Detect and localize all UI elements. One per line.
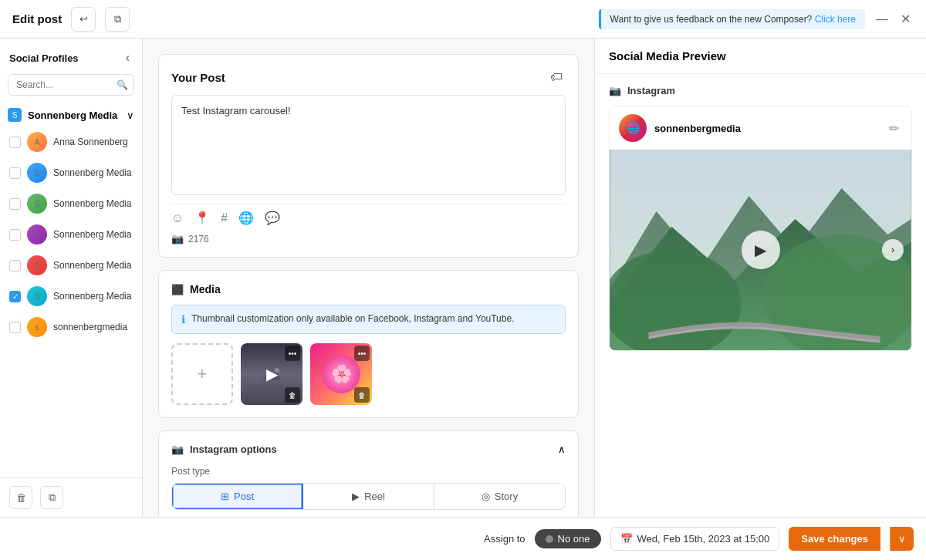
media-header: ⬛ Media — [171, 283, 566, 295]
date-label: Wed, Feb 15th, 2023 at 15:00 — [637, 533, 770, 545]
ig-nav-arrow[interactable]: › — [882, 239, 904, 261]
globe-icon[interactable]: 🌐 — [238, 211, 254, 225]
sidebar-group[interactable]: S Sonnenberg Media ∨ — [0, 103, 142, 127]
post-icon: ⊞ — [221, 491, 229, 502]
group-name: Sonnenberg Media — [28, 110, 120, 121]
media-thumb-2: 🌸 ••• 🗑 — [310, 343, 372, 405]
group-icon: S — [8, 108, 22, 122]
delete-button[interactable]: 🗑 — [9, 486, 32, 509]
assign-to-label: Assign to — [484, 533, 525, 545]
save-changes-button[interactable]: Save changes — [789, 527, 880, 551]
play-button[interactable]: ▶ — [742, 231, 780, 269]
no-one-pill[interactable]: No one — [535, 529, 601, 548]
post-type-post-label: Post — [234, 491, 254, 502]
emoji-icon[interactable]: ☺ — [171, 211, 184, 225]
sidebar-item-anna[interactable]: A Anna Sonnenberg — [0, 127, 142, 157]
chevron-up-icon: ∧ — [558, 444, 566, 455]
sidebar-item-sm5[interactable]: ✓ S Sonnenberg Media — [0, 281, 142, 312]
instagram-options-title: Instagram options — [190, 444, 277, 455]
thumbnail-info-text: Thumbnail customization only available o… — [191, 313, 514, 326]
media-thumb-1: ▶ ••• 🗑 — [241, 343, 302, 405]
ig-username: sonnenbergmedia — [654, 123, 741, 134]
instagram-options-card: 📷 Instagram options ∧ Post type ⊞ Post ▶… — [158, 430, 579, 517]
sidebar-collapse-button[interactable]: ‹ — [123, 48, 133, 68]
preview-platform: 📷 Instagram — [609, 85, 912, 96]
topbar-left: Edit post ↩ ⧉ — [12, 7, 130, 32]
char-count-value: 2176 — [188, 234, 209, 245]
sidebar-title: Social Profiles — [9, 52, 79, 64]
feedback-link[interactable]: Click here — [815, 14, 856, 25]
main-layout: Social Profiles ‹ 🔍 S Sonnenberg Media ∨… — [0, 39, 926, 517]
platform-name: Instagram — [627, 85, 675, 96]
location-icon[interactable]: 📍 — [194, 211, 210, 225]
chevron-down-icon: ∨ — [127, 110, 134, 121]
sidebar-footer: 🗑 ⧉ — [0, 477, 142, 517]
post-type-story-button[interactable]: ◎ Story — [434, 484, 565, 509]
right-panel-header: Social Media Preview — [595, 39, 926, 74]
hashtag-icon[interactable]: # — [221, 211, 228, 225]
checkbox-sm3[interactable] — [9, 229, 21, 241]
media-options-button-2[interactable]: ••• — [354, 346, 370, 361]
your-post-title: Your Post — [171, 71, 225, 84]
avatar-anna: A — [27, 132, 47, 152]
right-panel: Social Media Preview 📷 Instagram 🌐 sonne… — [594, 39, 926, 517]
instagram-options-header[interactable]: 📷 Instagram options ∧ — [171, 444, 566, 455]
checkbox-sm2[interactable] — [9, 198, 21, 210]
topbar-actions: — ✕ — [873, 8, 914, 29]
sidebar-item-sm2[interactable]: S Sonnenberg Media — [0, 188, 142, 219]
sidebar-accounts-list: A Anna Sonnenberg S Sonnenberg Media S S… — [0, 127, 142, 477]
calendar-icon: 📅 — [620, 533, 633, 545]
checkbox-anna[interactable] — [9, 137, 21, 148]
media-options-button-1[interactable]: ••• — [285, 346, 300, 361]
close-button[interactable]: ✕ — [897, 8, 914, 29]
save-changes-dropdown-button[interactable]: ∨ — [890, 527, 914, 551]
preview-title: Social Media Preview — [609, 49, 726, 62]
post-type-reel-button[interactable]: ▶ Reel — [303, 484, 434, 509]
checkbox-sm1[interactable] — [9, 167, 21, 179]
sidebar-item-sm1[interactable]: S Sonnenberg Media — [0, 157, 142, 188]
avatar-sm5: S — [27, 286, 47, 306]
post-type-post-button[interactable]: ⊞ Post — [172, 484, 303, 509]
instagram-preview-card: 🌐 sonnenbergmedia ✏ — [609, 106, 912, 351]
mention-icon[interactable]: 💬 — [265, 211, 280, 225]
sidebar-header: Social Profiles ‹ — [0, 39, 142, 74]
char-count: 📷 2176 — [171, 233, 566, 245]
checkbox-sm5[interactable]: ✓ — [9, 291, 21, 302]
post-textarea[interactable]: Test Instagram carousel! — [171, 95, 566, 195]
avatar-sm1: S — [27, 163, 47, 183]
copy-button[interactable]: ⧉ — [105, 7, 130, 32]
bottom-bar: Assign to No one 📅 Wed, Feb 15th, 2023 a… — [0, 517, 926, 560]
feedback-bar: Want to give us feedback on the new Comp… — [599, 9, 865, 29]
date-button[interactable]: 📅 Wed, Feb 15th, 2023 at 15:00 — [610, 527, 780, 551]
info-icon: ℹ — [181, 313, 185, 326]
instagram-icon: 📷 — [171, 444, 184, 455]
checkbox-sonnenbergmedia[interactable] — [9, 322, 21, 333]
post-type-label: Post type — [171, 466, 566, 477]
instagram-platform-icon: 📷 — [609, 85, 621, 96]
media-thumb-2-overlay: ••• — [354, 346, 370, 361]
account-name-sm4: Sonnenberg Media — [53, 260, 131, 271]
media-card: ⬛ Media ℹ Thumbnail customization only a… — [158, 270, 579, 418]
play-icon-1: ▶ — [266, 365, 278, 383]
media-delete-button-2[interactable]: 🗑 — [354, 387, 370, 403]
media-delete-button-1[interactable]: 🗑 — [285, 387, 300, 403]
search-icon: 🔍 — [117, 79, 128, 90]
undo-button[interactable]: ↩ — [71, 7, 96, 32]
ig-edit-button[interactable]: ✏ — [886, 118, 902, 139]
story-icon: ◎ — [482, 491, 490, 502]
search-input[interactable] — [8, 74, 134, 96]
thumbnail-info-box: ℹ Thumbnail customization only available… — [171, 305, 566, 334]
sidebar-item-sm3[interactable]: S Sonnenberg Media — [0, 219, 142, 250]
reel-icon: ▶ — [352, 491, 360, 502]
tag-button[interactable]: 🏷 — [547, 67, 566, 87]
avatar-sm3: S — [27, 224, 47, 245]
minimize-button[interactable]: — — [873, 9, 891, 29]
avatar-sm4: S — [27, 255, 47, 275]
sidebar-item-sonnenbergmedia[interactable]: s sonnenbergmedia — [0, 312, 142, 342]
duplicate-button[interactable]: ⧉ — [40, 486, 63, 509]
media-add-button[interactable]: + — [171, 343, 233, 405]
media-thumb-1-overlay: ••• — [285, 346, 300, 361]
sidebar-item-sm4[interactable]: S Sonnenberg Media — [0, 250, 142, 281]
checkbox-sm4[interactable] — [9, 260, 21, 272]
ig-play-overlay: ▶ — [742, 231, 780, 269]
